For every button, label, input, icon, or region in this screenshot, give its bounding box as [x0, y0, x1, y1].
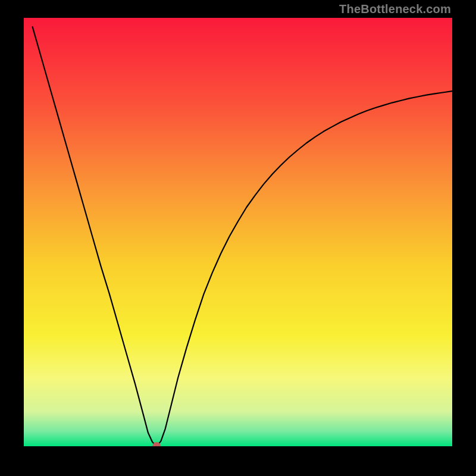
bottleneck-chart: [24, 18, 452, 446]
chart-frame: TheBottleneck.com: [0, 0, 476, 476]
watermark-text: TheBottleneck.com: [339, 2, 451, 16]
